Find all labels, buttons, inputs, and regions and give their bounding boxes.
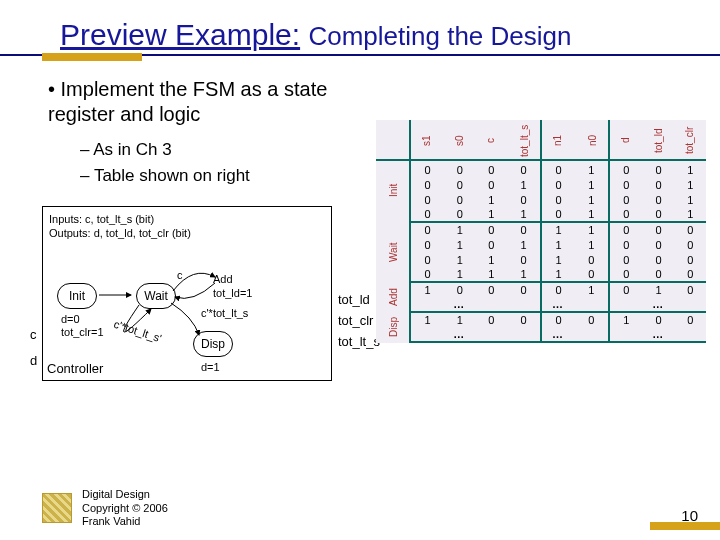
ellipsis-cell — [410, 327, 444, 342]
ellipsis-cell — [410, 297, 444, 312]
ellipsis-cell — [674, 297, 706, 312]
cell: 1 — [444, 222, 476, 237]
truth-table: s1s0ctot_lt_sn1n0dtot_ldtot_clrInit00000… — [376, 120, 706, 343]
cell: 0 — [410, 192, 444, 207]
bullet-main: Implement the FSM as a state register an… — [48, 77, 388, 127]
in-d: d — [30, 348, 37, 374]
cell: 0 — [410, 207, 444, 222]
footer: Digital Design Copyright © 2006 Frank Va… — [42, 488, 168, 528]
copy-l1: Digital Design — [82, 488, 168, 501]
ellipsis-cell — [507, 327, 541, 342]
cell: 1 — [541, 267, 575, 282]
controller-label: Controller — [47, 361, 103, 376]
cell: 0 — [643, 312, 675, 327]
cell: 0 — [643, 192, 675, 207]
cell: 0 — [609, 160, 643, 177]
cell: 1 — [575, 192, 609, 207]
cell: 0 — [507, 252, 541, 267]
cell: 1 — [575, 237, 609, 252]
cell: 0 — [609, 282, 643, 297]
logo-icon — [42, 493, 72, 523]
cell: 0 — [575, 252, 609, 267]
col-n1: n1 — [541, 120, 575, 160]
ellipsis-cell — [475, 297, 507, 312]
out-totlts: tot_lt_s — [338, 332, 380, 353]
cell: 0 — [541, 192, 575, 207]
cell: 1 — [507, 237, 541, 252]
init-clr: tot_clr=1 — [61, 326, 104, 338]
col-c: c — [475, 120, 507, 160]
ellipsis-cell: … — [444, 327, 476, 342]
group-Disp: Disp — [376, 312, 410, 342]
copy-l3: Frank Vahid — [82, 515, 168, 528]
col-s1: s1 — [410, 120, 444, 160]
cell: 0 — [609, 252, 643, 267]
cell: 1 — [507, 207, 541, 222]
cell: 0 — [575, 267, 609, 282]
state-init: Init — [57, 283, 97, 309]
cell: 0 — [410, 160, 444, 177]
cell: 1 — [444, 312, 476, 327]
ellipsis-cell — [475, 327, 507, 342]
cell: 0 — [507, 192, 541, 207]
cell: 1 — [643, 282, 675, 297]
col-s0: s0 — [444, 120, 476, 160]
col-tot_ld: tot_ld — [643, 120, 675, 160]
cell: 0 — [575, 312, 609, 327]
cell: 0 — [444, 160, 476, 177]
cell: 0 — [475, 312, 507, 327]
ellipsis-cell — [609, 297, 643, 312]
cell: 1 — [609, 312, 643, 327]
col-n0: n0 — [575, 120, 609, 160]
cell: 0 — [410, 252, 444, 267]
col-tot_clr: tot_clr — [674, 120, 706, 160]
bullet-sub1: As in Ch 3 — [80, 137, 388, 163]
cell: 0 — [609, 207, 643, 222]
cell: 0 — [475, 177, 507, 192]
copy-l2: Copyright © 2006 — [82, 502, 168, 515]
ellipsis-cell — [575, 297, 609, 312]
group-Init: Init — [376, 160, 410, 222]
ellipsis-cell: … — [643, 327, 675, 342]
cell: 1 — [674, 207, 706, 222]
cell: 1 — [475, 252, 507, 267]
fsm-diagram: Inputs: c, tot_lt_s (bit) Outputs: d, to… — [42, 206, 332, 381]
group-Add: Add — [376, 282, 410, 312]
cell: 0 — [643, 222, 675, 237]
cell: 0 — [410, 222, 444, 237]
cell: 1 — [444, 237, 476, 252]
cell: 0 — [541, 207, 575, 222]
bullet-sub2: Table shown on right — [80, 163, 388, 189]
cell: 0 — [609, 222, 643, 237]
cell: 1 — [410, 312, 444, 327]
arc-totld-label: tot_ld=1 — [213, 287, 252, 299]
cell: 0 — [475, 237, 507, 252]
title-sub: Completing the Design — [308, 21, 571, 51]
title-lead: Preview Example: — [60, 18, 300, 51]
cell: 1 — [541, 237, 575, 252]
ellipsis-cell — [507, 297, 541, 312]
out-totld: tot_ld — [338, 290, 380, 311]
cell: 1 — [674, 160, 706, 177]
group-Wait: Wait — [376, 222, 410, 282]
cell: 0 — [444, 282, 476, 297]
cell: 0 — [410, 237, 444, 252]
ellipsis-cell — [609, 327, 643, 342]
cell: 0 — [507, 222, 541, 237]
cell: 1 — [674, 192, 706, 207]
col-tot_lt_s: tot_lt_s — [507, 120, 541, 160]
cell: 1 — [444, 252, 476, 267]
state-wait: Wait — [136, 283, 176, 309]
cell: 0 — [475, 222, 507, 237]
init-d0: d=0 — [61, 313, 80, 325]
cell: 0 — [507, 160, 541, 177]
cell: 1 — [475, 192, 507, 207]
cell: 1 — [444, 267, 476, 282]
arc-c-label: c — [177, 269, 183, 281]
cell: 0 — [674, 252, 706, 267]
cell: 0 — [643, 252, 675, 267]
cell: 0 — [609, 192, 643, 207]
cell: 1 — [575, 222, 609, 237]
cell: 0 — [609, 177, 643, 192]
cell: 0 — [410, 267, 444, 282]
